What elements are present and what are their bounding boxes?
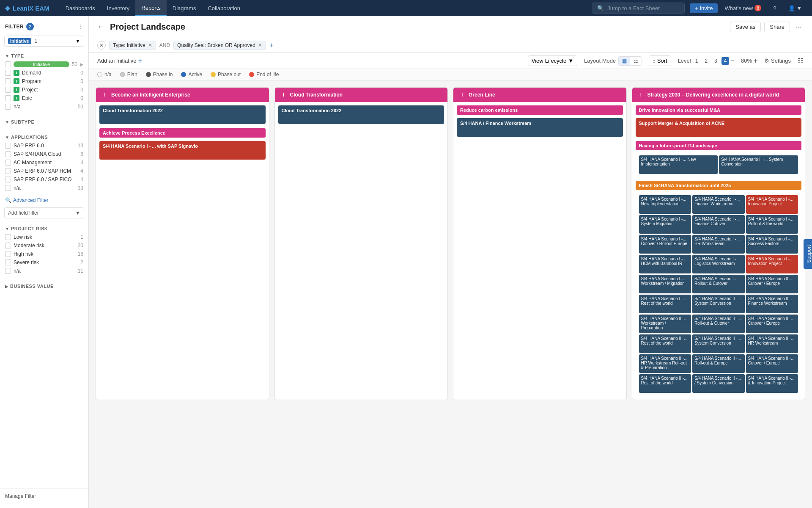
advanced-filter-button[interactable]: 🔍 Advanced Filter [0,196,88,205]
business-value-section-header[interactable]: ▶ BUSINESS VALUE [0,282,88,290]
mini-card[interactable]: S/4 HANA Scenario I -... New Implementat… [639,155,718,174]
mini-card[interactable]: S/4 HANA Scenario II -... System Convers… [692,295,745,313]
risk-check[interactable] [5,243,11,248]
app-check[interactable] [5,177,11,182]
risk-check[interactable] [5,251,11,257]
mini-card[interactable]: S/4 HANA Scenario II -... Cutover / Euro… [746,275,798,293]
type-check[interactable] [5,87,11,93]
app-check[interactable] [5,168,11,174]
app-check[interactable] [5,151,11,157]
nav-inventory[interactable]: Inventory [101,0,135,16]
mini-card[interactable]: S/4 HANA Scenario II -... Roll-out & Eur… [692,354,745,373]
whats-new-button[interactable]: What's new 8 [719,3,766,13]
logo[interactable]: ◆ LeanIX EAM [5,4,49,12]
type-initiative-check[interactable] [5,61,11,67]
mini-card[interactable]: S/4 HANA Scenario II -... HR Workstream [746,334,798,353]
sidebar-collapse-button[interactable]: ⋮ [77,23,83,30]
more-options-button[interactable]: ⋯ [793,21,804,33]
mini-card[interactable]: S/4 HANA Scenario II -... System Convers… [692,334,745,353]
initiative-card[interactable]: S/4 HANA Scenario I - ... with SAP Signa… [99,141,266,160]
mini-card[interactable]: S/4 HANA Scenario II -... Rest of the wo… [639,334,691,353]
back-button[interactable]: ← [97,22,105,31]
type-section-header[interactable]: ▼ TYPE [0,52,88,60]
invite-button[interactable]: + Invite [690,3,718,13]
nav-collaboration[interactable]: Collaboration [202,0,246,16]
grid-layout-button[interactable]: ▦ [619,57,630,65]
mini-card[interactable]: S/4 HANA Scenario II -... Cutover / Euro… [746,354,798,373]
initiative-card[interactable]: Support Merger & Acquisition of ACNE [636,118,802,137]
app-check[interactable] [5,185,11,191]
nav-reports[interactable]: Reports [135,0,167,16]
app-check[interactable] [5,160,11,166]
mini-card[interactable]: S/4 HANA Scenario I -... Rollout & the w… [746,215,798,234]
type-check[interactable] [5,78,11,84]
mini-card[interactable]: S/4 HANA Scenario I -... New Implementat… [639,195,691,214]
mini-card[interactable]: S/4 HANA Scenario II -... Rest of the wo… [639,374,691,393]
type-na-check[interactable] [5,104,11,110]
mini-card[interactable]: S/4 HANA Scenario I -... Rollout & Cutov… [692,275,745,293]
column-title: Strategy 2030 – Delivering excellence in… [647,92,779,98]
add-field-filter-button[interactable]: Add field filter ▼ [4,207,84,218]
risk-check[interactable] [5,268,11,274]
initiative-card[interactable]: S/4 HANA / Finance Workstream [457,118,623,137]
initiative-card[interactable]: Cloud Transformation 2022 [278,105,444,124]
sort-icon: ↕ [653,58,656,64]
mini-card[interactable]: S/4 HANA Scenario I -... Finance Cutover [692,215,745,234]
mini-card[interactable]: S/4 HANA Scenario I -... Logistics Works… [692,255,745,273]
mini-card[interactable]: S/4 HANA Scenario II -... System Convers… [719,155,798,174]
search-box[interactable]: 🔍 Jump to a Fact Sheet [592,3,685,14]
mini-card[interactable]: S/4 HANA Scenario I -... Success Factors [746,235,798,254]
mini-card[interactable]: S/4 HANA Scenario I -... Workstream / Mi… [639,275,691,293]
help-button[interactable]: ? [768,3,781,13]
mini-card[interactable]: S/4 HANA Scenario I -... System Migratio… [639,215,691,234]
mini-card[interactable]: S/4 HANA Scenario II -... Cutover / Euro… [746,315,798,333]
mini-card[interactable]: S/4 HANA Scenario II -... Finance Workst… [746,295,798,313]
initiative-card[interactable]: Cloud Transformation 2022 [99,105,266,124]
filter-add-button[interactable]: + [269,41,273,49]
mini-card[interactable]: S/4 HANA Scenario II -... HR Workstream … [639,354,691,373]
subtype-section-header[interactable]: ▼ SUBTYPE [0,118,88,126]
risk-check[interactable] [5,260,11,265]
share-button[interactable]: Share [764,22,790,32]
save-as-button[interactable]: Save as [730,22,761,32]
level-3-button[interactable]: 3 [712,57,720,65]
mini-card[interactable]: S/4 HANA Scenario I -... Rest of the wor… [639,295,691,313]
type-filter-remove[interactable]: ✕ [148,42,152,48]
type-check[interactable] [5,70,11,76]
sort-button[interactable]: ↕ Sort [649,55,671,66]
level-2-button[interactable]: 2 [702,57,710,65]
applications-section-header[interactable]: ▼ APPLICATIONS [0,133,88,141]
grid-view-button[interactable]: ☷ [798,57,804,65]
support-tab[interactable]: Support [804,239,812,269]
mini-card[interactable]: S/4 HANA Scenario I -... Innovation Proj… [746,195,798,214]
risk-check[interactable] [5,234,11,240]
nav-dashboards[interactable]: Dashboards [60,0,101,16]
level-4-button[interactable]: 4 [721,57,730,65]
settings-button[interactable]: ⚙ Settings [764,58,791,64]
initiative-filter-button[interactable]: Initiative 1 ▼ [4,36,84,47]
quality-filter-remove[interactable]: ✕ [258,42,262,48]
add-initiative-button[interactable]: Add an Initiative + [97,57,142,65]
mini-card[interactable]: S/4 HANA Scenario II -... & Innovation P… [746,374,798,393]
mini-card[interactable]: S/4 HANA Scenario II -... / System Conve… [692,374,745,393]
mini-card[interactable]: S/4 HANA Scenario I -... Cutover / Rollo… [639,235,691,254]
mini-card[interactable]: S/4 HANA Scenario II -... Roll-out & Cut… [692,315,745,333]
list-layout-button[interactable]: ☷ [630,57,642,65]
app-check[interactable] [5,143,11,149]
mini-card[interactable]: S/4 HANA Scenario I -... HCM with Bamboo… [639,255,691,273]
mini-card[interactable]: S/4 HANA Scenario II -... Workstream / P… [639,315,691,333]
project-risk-section-header[interactable]: ▼ PROJECT RISK [0,224,88,233]
manage-filter-button[interactable]: Manage Filter [5,493,36,499]
filter-remove-button[interactable]: ✕ [97,41,106,50]
nav-diagrams[interactable]: Diagrams [167,0,202,16]
view-select[interactable]: View Lifecycle ▼ [528,55,577,66]
mini-card[interactable]: S/4 HANA Scenario I -... Finance Workstr… [692,195,745,214]
mini-card[interactable]: S/4 HANA Scenario I -... Innovation Proj… [746,255,798,273]
kanban-column-col1: I Become an Intelligent Enterprise Cloud… [96,87,269,400]
level-decrease-button[interactable]: − [731,58,734,64]
level-1-button[interactable]: 1 [693,57,701,65]
type-check[interactable] [5,95,11,101]
zoom-in-button[interactable]: + [754,57,757,65]
mini-card[interactable]: S/4 HANA Scenario I -... HR Workstream [692,235,745,254]
user-menu[interactable]: 👤 ▼ [783,3,807,13]
